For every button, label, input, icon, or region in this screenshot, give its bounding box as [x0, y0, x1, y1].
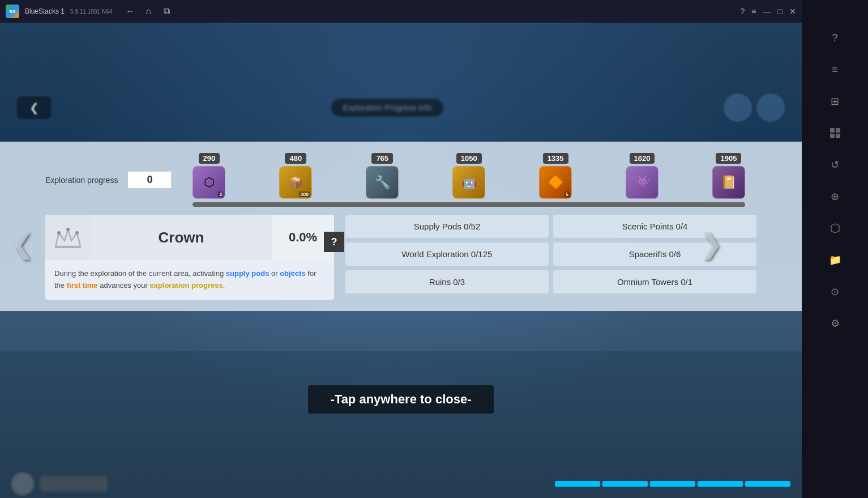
top-right-circle-2	[756, 93, 785, 122]
crown-description-text: During the exploration of the current ar…	[54, 268, 325, 292]
menu-button[interactable]: ≡	[751, 7, 756, 16]
sidebar-btn-7[interactable]	[821, 214, 849, 242]
milestone-1335-badge: 1335	[543, 153, 568, 164]
content-area: Crown 0.0% During the exploration of the…	[45, 215, 756, 300]
bottom-right-tabs	[555, 481, 790, 487]
back-button[interactable]: ←	[123, 5, 137, 18]
milestone-markers: 290 ⬡ 2 480 📦 300	[181, 153, 756, 199]
stat-ruins[interactable]: Ruins 0/3	[345, 270, 549, 293]
bluestacks-logo: BS	[6, 5, 19, 18]
exploration-label: Exploration progress	[45, 176, 118, 185]
milestone-765-badge: 765	[371, 153, 393, 164]
crown-name: Crown	[159, 229, 204, 246]
windows-button[interactable]: ⧉	[160, 5, 173, 18]
milestone-1335-icon-glyph: 🔶	[548, 175, 563, 190]
sidebar-btn-2[interactable]: ≡	[821, 56, 849, 84]
right-sidebar: ? ≡ ⊞ ↺ ⊕ 📁 ⊙ ⚙	[802, 0, 868, 498]
milestone-1050-badge: 1050	[456, 153, 482, 164]
stat-world-exploration[interactable]: World Exploration 0/125	[345, 242, 549, 266]
milestone-480-icon[interactable]: 📦 300	[279, 166, 312, 199]
crown-description: During the exploration of the current ar…	[45, 260, 334, 300]
svg-point-4	[75, 231, 79, 235]
milestone-290-icon[interactable]: ⬡ 2	[193, 166, 225, 199]
top-center-text-blurred: Exploration Progress Info	[331, 99, 443, 117]
nav-arrow-left[interactable]: ❮	[6, 221, 40, 266]
game-back-btn-blurred: ❮	[17, 96, 51, 119]
milestone-1620: 1620 👾	[626, 153, 659, 199]
progress-value: 0	[127, 171, 172, 189]
sidebar-btn-8[interactable]: 📁	[821, 246, 849, 274]
stat-supply-pods[interactable]: Supply Pods 0/52	[345, 215, 549, 238]
milestone-765: 765 🔧	[366, 153, 399, 199]
milestone-1050: 1050 🤖	[452, 153, 485, 199]
bottom-tab-5	[745, 481, 790, 487]
bottom-tab-1	[555, 481, 600, 487]
crown-percent: 0.0%	[289, 230, 317, 245]
milestone-290-count: 2	[218, 191, 223, 197]
crown-svg-icon	[53, 223, 83, 252]
svg-rect-6	[836, 128, 840, 133]
app-title: BlueStacks 1	[25, 7, 65, 15]
milestone-row: 290 ⬡ 2 480 📦 300	[181, 153, 756, 207]
milestone-765-icon-glyph: 🔧	[375, 175, 390, 190]
milestone-765-icon[interactable]: 🔧	[366, 166, 399, 199]
progress-bar-row: Exploration progress 0 290 ⬡ 2 480	[45, 153, 756, 207]
sidebar-btn-1[interactable]: ?	[821, 24, 849, 52]
help-button[interactable]: ?	[741, 7, 745, 16]
bottom-tab-4	[698, 481, 743, 487]
nav-arrow-right[interactable]: ❯	[694, 221, 728, 266]
sidebar-icon-7	[829, 222, 841, 235]
top-right-ui-blurred	[724, 93, 785, 122]
milestone-1620-icon-glyph: 👾	[635, 175, 650, 190]
tap-to-close-area[interactable]: -Tap anywhere to close-	[0, 351, 802, 414]
highlight-exploration-progress: exploration progress	[149, 281, 223, 290]
home-button[interactable]: ⌂	[142, 5, 155, 18]
help-button[interactable]: ?	[324, 232, 344, 252]
highlight-first-time: first time	[67, 281, 98, 290]
milestone-1905-badge: 1905	[716, 153, 741, 164]
game-background: BS BlueStacks 1 5.9.11.1001 N64 ← ⌂ ⧉ ? …	[0, 0, 802, 498]
crown-header-row: Crown 0.0%	[45, 215, 334, 260]
crown-name-area: Crown	[91, 215, 272, 260]
crown-card: Crown 0.0% During the exploration of the…	[45, 215, 334, 300]
milestone-1335: 1335 🔶 5	[539, 153, 572, 199]
sidebar-btn-10[interactable]: ⚙	[821, 309, 849, 338]
milestone-290-badge: 290	[199, 153, 220, 164]
sidebar-btn-5[interactable]: ↺	[821, 151, 849, 179]
sidebar-btn-4[interactable]	[821, 119, 849, 147]
maximize-button[interactable]: □	[778, 7, 783, 16]
bottom-name-blurred	[40, 476, 108, 492]
titlebar-controls: ? ≡ — □ ✕	[741, 7, 796, 16]
milestone-1620-badge: 1620	[630, 153, 655, 164]
titlebar-nav: ← ⌂ ⧉	[123, 5, 173, 18]
sidebar-btn-3[interactable]: ⊞	[821, 87, 849, 116]
svg-rect-8	[836, 134, 840, 138]
app-version: 5.9.11.1001 N64	[70, 8, 112, 15]
bottom-tab-2	[602, 481, 648, 487]
minimize-button[interactable]: —	[763, 7, 771, 16]
exploration-panel: Exploration progress 0 290 ⬡ 2 480	[0, 142, 802, 311]
sidebar-icon-4	[829, 127, 841, 139]
sidebar-btn-9[interactable]: ⊙	[821, 278, 849, 306]
milestone-1620-icon[interactable]: 👾	[626, 166, 659, 199]
right-arrow-icon: ❯	[700, 228, 722, 259]
sidebar-btn-6[interactable]: ⊕	[821, 182, 849, 211]
milestone-1050-icon[interactable]: 🤖	[452, 166, 485, 199]
svg-point-3	[66, 228, 70, 231]
bottom-blurred-ui	[0, 470, 802, 498]
close-button[interactable]: ✕	[789, 7, 796, 16]
bottom-avatar	[11, 473, 34, 495]
stat-omnium-towers[interactable]: Omnium Towers 0/1	[553, 270, 756, 293]
milestone-1905-icon-glyph: 📔	[721, 175, 736, 190]
tap-to-close-label[interactable]: -Tap anywhere to close-	[308, 385, 494, 414]
crown-icon-area	[45, 215, 91, 260]
overlay-bottom: -Tap anywhere to close-	[0, 351, 802, 498]
milestone-480-badge: 480	[285, 153, 306, 164]
milestone-1335-icon[interactable]: 🔶 5	[539, 166, 572, 199]
milestone-1905-icon[interactable]: 📔	[712, 166, 745, 199]
progress-track	[193, 202, 745, 207]
highlight-objects: objects	[280, 269, 306, 278]
left-arrow-icon: ❮	[11, 228, 34, 259]
crown-card-wrapper: Crown 0.0% During the exploration of the…	[45, 215, 334, 300]
milestone-480-icon-glyph: 📦	[289, 176, 303, 189]
